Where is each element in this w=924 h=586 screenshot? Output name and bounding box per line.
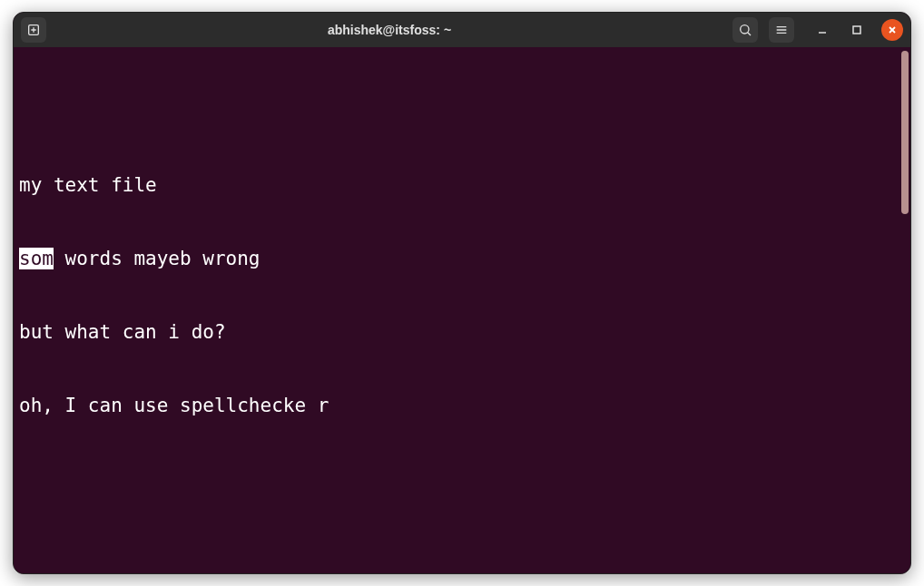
minimize-icon (817, 24, 828, 35)
editor-line: oh, I can use spellchecke r (19, 394, 905, 418)
search-icon (738, 23, 752, 37)
svg-line-4 (748, 33, 751, 35)
editor-line: but what can i do? (19, 320, 905, 345)
titlebar: abhishek@itsfoss: ~ (14, 13, 910, 47)
minimize-button[interactable] (812, 20, 832, 40)
blank-line (19, 100, 905, 124)
search-button[interactable] (732, 17, 758, 43)
close-icon (887, 24, 898, 35)
terminal-body[interactable]: my text file som words mayeb wrong but w… (14, 47, 910, 573)
hamburger-icon (774, 23, 789, 37)
menu-button[interactable] (769, 17, 794, 43)
scrollbar[interactable] (901, 51, 909, 214)
maximize-button[interactable] (847, 20, 867, 40)
new-tab-button[interactable] (21, 17, 46, 43)
editor-line-suffix: words mayeb wrong (54, 248, 260, 269)
editor-line: my text file (19, 173, 905, 198)
spell-highlight: som (19, 248, 54, 269)
close-button[interactable] (881, 19, 903, 41)
maximize-icon (851, 24, 862, 35)
blank-line (19, 541, 905, 565)
window-title: abhishek@itsfoss: ~ (52, 23, 727, 37)
editor-line: som words mayeb wrong (19, 247, 905, 271)
terminal-window: abhishek@itsfoss: ~ (13, 12, 911, 574)
svg-point-3 (741, 25, 749, 34)
blank-line (19, 467, 905, 492)
new-tab-icon (26, 23, 41, 37)
svg-rect-9 (853, 26, 860, 34)
